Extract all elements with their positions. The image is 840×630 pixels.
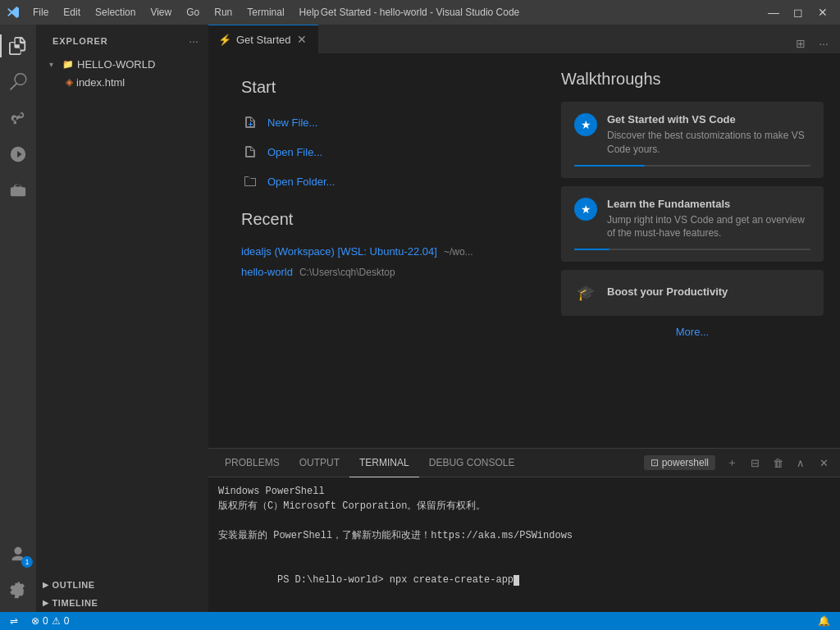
tab-close-button[interactable]: ✕: [295, 33, 308, 46]
open-folder-icon: [241, 172, 259, 190]
new-file-item[interactable]: New File...: [241, 113, 512, 131]
tab-bar-actions: ⊞ ···: [791, 34, 840, 53]
outline-section[interactable]: ▶ OUTLINE: [36, 576, 208, 594]
recent-name-1[interactable]: hello-world: [241, 266, 293, 278]
walkthrough-card-1[interactable]: ★ Learn the Fundamentals Jump right into…: [561, 186, 824, 262]
terminal-line-2: [218, 514, 830, 528]
get-started-left: Start New File...: [208, 53, 545, 448]
walkthroughs-section: Walkthroughs ★ Get Started with VS Code …: [545, 53, 840, 448]
activity-search-icon[interactable]: [0, 64, 36, 100]
powershell-icon: ⊡: [651, 457, 659, 468]
outline-arrow-icon: ▶: [43, 581, 49, 589]
delete-terminal-button[interactable]: 🗑: [768, 453, 788, 472]
add-terminal-button[interactable]: ＋: [722, 453, 742, 472]
panel-tab-bar: PROBLEMS OUTPUT TERMINAL DEBUG CONSOLE ⊡…: [208, 449, 840, 477]
folder-name: HELLO-WORLD: [77, 58, 155, 71]
close-button[interactable]: ✕: [812, 4, 833, 21]
menu-go[interactable]: Go: [180, 5, 206, 20]
recent-section: Recent idealjs (Workspace) [WSL: Ubuntu-…: [241, 210, 512, 278]
warnings-icon: ⚠: [52, 615, 61, 627]
recent-name-0[interactable]: idealjs (Workspace) [WSL: Ubuntu-22.04]: [241, 245, 437, 258]
terminal-prompt-text: PS D:\hello-world> npx create-create-app: [277, 574, 514, 586]
walkthrough-title-1: Learn the Fundamentals: [607, 198, 810, 210]
minimize-button[interactable]: —: [763, 4, 784, 21]
tab-get-started[interactable]: ⚡ Get Started ✕: [208, 25, 318, 53]
warnings-count: 0: [64, 615, 70, 627]
powershell-shell-tag[interactable]: ⊡ powershell: [644, 455, 715, 470]
sidebar-header: EXPLORER ···: [36, 25, 208, 53]
activity-explorer-icon[interactable]: [0, 28, 36, 64]
new-file-label[interactable]: New File...: [267, 116, 317, 129]
walkthrough-info-0: Get Started with VS Code Discover the be…: [607, 113, 810, 157]
walkthrough-progress-1: [574, 249, 810, 250]
activity-source-control-icon[interactable]: [0, 100, 36, 136]
menu-edit[interactable]: Edit: [57, 5, 87, 20]
more-link[interactable]: More...: [561, 326, 824, 338]
open-file-label[interactable]: Open File...: [267, 146, 322, 158]
terminal-prompt-line: PS D:\hello-world> npx create-create-app: [218, 558, 830, 602]
activity-account-icon[interactable]: 1: [0, 536, 36, 573]
get-started-page: Start New File...: [208, 53, 840, 448]
notifications-button[interactable]: 🔔: [815, 612, 833, 630]
open-file-icon: [241, 143, 259, 161]
terminal-body[interactable]: Windows PowerShell 版权所有（C）Microsoft Corp…: [208, 477, 840, 612]
main-layout: 1 EXPLORER ··· ▾ 📁 HELLO-WORLD ◈ index.h…: [0, 25, 840, 612]
more-actions-icon[interactable]: ···: [814, 34, 833, 53]
terminal-line-0: Windows PowerShell: [218, 484, 830, 499]
open-folder-label[interactable]: Open Folder...: [267, 176, 335, 188]
file-index-html[interactable]: ◈ index.html: [36, 73, 208, 91]
activity-extensions-icon[interactable]: [0, 172, 36, 208]
recent-item-0[interactable]: idealjs (Workspace) [WSL: Ubuntu-22.04] …: [241, 245, 512, 258]
menu-file[interactable]: File: [26, 5, 55, 20]
start-heading: Start: [241, 78, 512, 97]
file-tree: ▾ 📁 HELLO-WORLD ◈ index.html: [36, 53, 208, 576]
menu-run[interactable]: Run: [208, 5, 239, 20]
walkthrough-progress-fill-0: [574, 165, 645, 167]
terminal-line-4: [218, 543, 830, 558]
title-bar: File Edit Selection View Go Run Terminal…: [0, 0, 840, 25]
remote-indicator[interactable]: ⇌: [7, 612, 21, 630]
split-terminal-button[interactable]: ⊟: [745, 453, 765, 472]
window-title: Get Started - hello-world - Visual Studi…: [321, 7, 520, 18]
terminal-cursor: [514, 575, 519, 586]
maximize-button[interactable]: ◻: [788, 4, 809, 21]
activity-run-debug-icon[interactable]: [0, 136, 36, 172]
remote-icon: ⇌: [10, 615, 18, 627]
activity-bar: 1: [0, 25, 36, 612]
open-folder-item[interactable]: Open Folder...: [241, 172, 512, 190]
folder-hello-world[interactable]: ▾ 📁 HELLO-WORLD: [36, 55, 208, 73]
walkthrough-star-icon-0: ★: [574, 113, 597, 136]
activity-bar-bottom: 1: [0, 536, 36, 612]
recent-item-1[interactable]: hello-world C:\Users\cqh\Desktop: [241, 266, 512, 278]
menu-selection[interactable]: Selection: [89, 5, 142, 20]
panel-actions: ⊡ powershell ＋ ⊟ 🗑 ∧ ✕: [644, 453, 833, 472]
tab-label: Get Started: [236, 34, 290, 46]
walkthrough-progress-0: [574, 165, 810, 167]
menu-terminal[interactable]: Terminal: [240, 5, 290, 20]
layout-icon[interactable]: ⊞: [791, 34, 810, 53]
timeline-section[interactable]: ▶ TIMELINE: [36, 594, 208, 612]
panel-tab-output[interactable]: OUTPUT: [290, 449, 349, 477]
terminal-line-3: 安装最新的 PowerShell，了解新功能和改进！https://aka.ms…: [218, 528, 830, 543]
open-file-item[interactable]: Open File...: [241, 143, 512, 161]
activity-settings-icon[interactable]: [0, 573, 36, 609]
editor-area: ⚡ Get Started ✕ ⊞ ··· Start: [208, 25, 840, 612]
panel-tab-debug-console[interactable]: DEBUG CONSOLE: [419, 449, 525, 477]
panel-tab-terminal[interactable]: TERMINAL: [349, 449, 419, 477]
walkthroughs-heading: Walkthroughs: [561, 70, 824, 89]
close-panel-button[interactable]: ✕: [814, 453, 833, 472]
panel-tab-problems[interactable]: PROBLEMS: [215, 449, 290, 477]
tab-bar: ⚡ Get Started ✕ ⊞ ···: [208, 25, 840, 53]
recent-heading: Recent: [241, 210, 512, 229]
walkthrough-card-0[interactable]: ★ Get Started with VS Code Discover the …: [561, 102, 824, 178]
sidebar-more-icon[interactable]: ···: [189, 34, 199, 48]
walkthrough-header-0: ★ Get Started with VS Code Discover the …: [574, 113, 810, 157]
terminal-panel: PROBLEMS OUTPUT TERMINAL DEBUG CONSOLE ⊡…: [208, 448, 840, 612]
errors-status[interactable]: ⊗ 0 ⚠ 0: [28, 612, 72, 630]
account-badge: 1: [21, 556, 33, 568]
menu-view[interactable]: View: [144, 5, 178, 20]
walkthrough-card-2[interactable]: 🎓 Boost your Productivity: [561, 270, 824, 316]
timeline-label: TIMELINE: [52, 598, 98, 608]
errors-icon: ⊗: [31, 615, 39, 627]
maximize-panel-button[interactable]: ∧: [791, 453, 810, 472]
